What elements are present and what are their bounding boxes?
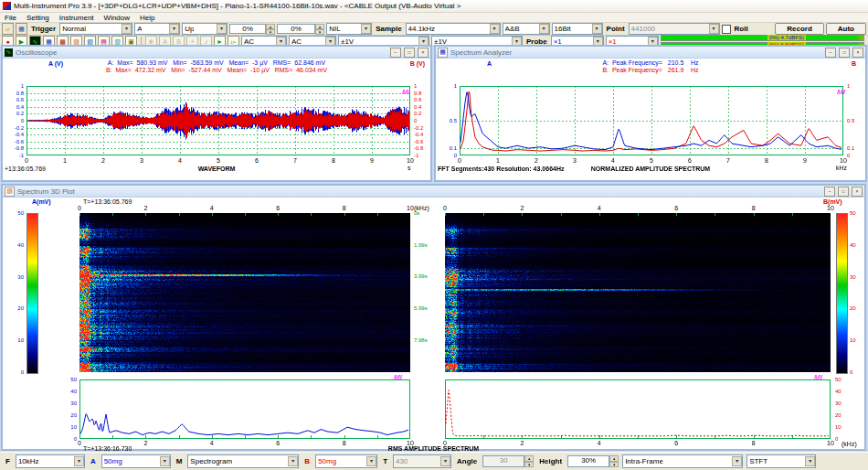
menu-setting[interactable]: Setting (26, 14, 49, 22)
menu-window[interactable]: Window (104, 14, 130, 22)
height-stepper[interactable]: 30% ▴▾ (567, 455, 619, 467)
dropdown-arrow-icon[interactable]: ▾ (169, 24, 179, 34)
amplitude-a-select[interactable]: 50mg ▾ (101, 454, 171, 468)
dropdown-arrow-icon[interactable]: ▾ (288, 456, 298, 466)
freq-axis-a: 0246810 (79, 205, 410, 212)
tick-label: 3 (573, 157, 577, 164)
value-text: 430 (396, 457, 408, 465)
dropdown-arrow-icon[interactable]: ▾ (490, 24, 500, 34)
dropdown-arrow-icon[interactable]: ▾ (160, 456, 170, 466)
close-button[interactable]: × (418, 48, 429, 58)
dropdown-arrow-icon[interactable]: ▾ (122, 24, 132, 34)
close-button[interactable]: × (852, 48, 863, 58)
spectrogram-a[interactable] (79, 213, 410, 372)
tick-label: 0 (454, 153, 457, 159)
minimize-button[interactable]: – (824, 187, 835, 197)
tick-label: 10 (407, 157, 414, 164)
tick-label: 0.6 (16, 97, 24, 103)
spinner-down-icon[interactable]: ▾ (266, 29, 275, 35)
tick-label: 0.5 (450, 118, 457, 124)
menu-instrument[interactable]: Instrument (59, 14, 94, 22)
spectrum-analyzer-titlebar[interactable]: ▦ Spectrum Analyzer – □ × (436, 47, 865, 59)
dropdown-arrow-icon[interactable]: ▾ (732, 456, 742, 466)
restore-button[interactable]: □ (838, 187, 849, 197)
dropdown-arrow-icon[interactable]: ▾ (805, 456, 815, 466)
restore-button[interactable]: □ (839, 48, 850, 58)
display-mode-select[interactable]: Spectrogram ▾ (187, 454, 299, 468)
value-text: STFT (749, 457, 767, 465)
spinner-down-icon[interactable]: ▾ (315, 29, 324, 35)
trigger-mode-select[interactable]: Normal ▾ (59, 23, 132, 35)
minimize-button[interactable]: – (825, 48, 836, 58)
window-titlebar[interactable]: Multi-Instrument Pro 3.9 - [+3DP+DLG+LCR… (0, 0, 868, 13)
spectrogram-b[interactable] (445, 213, 831, 372)
mi-logo: MI (837, 88, 845, 96)
spinner-down-icon[interactable]: ▾ (609, 462, 619, 468)
freq-range-label: F (4, 457, 12, 465)
auto-button[interactable]: Auto (826, 23, 866, 35)
rms-spectrum-b[interactable] (445, 379, 831, 439)
tick-label: 1 (63, 157, 67, 164)
value-text: 50mg (318, 457, 336, 465)
dropdown-arrow-icon[interactable]: ▾ (592, 24, 602, 34)
tick-label: 3.99s (414, 273, 428, 280)
open-icon[interactable]: ▱ (2, 23, 14, 35)
spectrum-3d-plot-panel-icon: ▨ (5, 187, 15, 197)
value-text: 30 (482, 455, 524, 467)
tick-label: 6 (674, 205, 678, 211)
oscilloscope-titlebar[interactable]: ∿ Oscilloscope – □ × (3, 47, 430, 59)
save-icon[interactable]: ▦ (16, 23, 27, 35)
dropdown-arrow-icon[interactable]: ▾ (217, 24, 227, 34)
waveform-plot[interactable] (26, 86, 410, 155)
trigger-edge-select[interactable]: Up ▾ (182, 23, 228, 35)
angle-stepper: 30 ▴▾ (482, 455, 534, 467)
rms-plot-title: RMS AMPLITUDE SPECTRUM (3, 445, 864, 452)
close-button[interactable]: × (852, 187, 863, 197)
dropdown-arrow-icon[interactable]: ▾ (366, 456, 376, 466)
rms-spectrum-a[interactable] (79, 379, 410, 439)
value-text: 30% (567, 455, 609, 467)
level-meter-a-readout: 0%(-4.7dBFS) (767, 35, 806, 40)
trigger-source-select[interactable]: A ▾ (134, 23, 180, 35)
sample-channels-select[interactable]: A&B ▾ (503, 23, 550, 35)
dropdown-arrow-icon[interactable]: ▾ (361, 24, 371, 34)
frame-mode-select[interactable]: Intra-Frame ▾ (622, 454, 743, 468)
minimize-button[interactable]: – (390, 48, 401, 58)
trigger-hpf-select[interactable]: NIL ▾ (326, 23, 372, 35)
channel-b-stats: B: Peak Frequency= 261.9 Hz (436, 67, 865, 74)
tick-label: 8 (343, 205, 346, 211)
spectrum-plot[interactable] (460, 86, 843, 155)
sample-rate-select[interactable]: 44.1kHz ▾ (406, 23, 501, 35)
freq-range-select[interactable]: 10kHz ▾ (16, 454, 85, 468)
tick-label: 0 (414, 118, 417, 124)
tick-label: 4 (611, 157, 615, 164)
colorbar-b-label: B(mV) (823, 198, 842, 205)
menu-help[interactable]: Help (140, 14, 154, 22)
tick-label: 10 (840, 157, 847, 164)
roll-checkbox[interactable] (722, 25, 731, 34)
dropdown-arrow-icon[interactable]: ▾ (539, 24, 549, 34)
spectrum-3d-plot-titlebar[interactable]: ▨ Spectrum 3D Plot – □ × (3, 186, 864, 198)
amplitude-b-select[interactable]: 50mg ▾ (315, 454, 377, 468)
height-label: Height (537, 457, 564, 465)
plot3d-toolbar: F 10kHz ▾ A 50mg ▾ M Spectrogram ▾ B 50m… (0, 452, 868, 470)
sample-bits-select[interactable]: 16Bit ▾ (552, 23, 603, 35)
y-axis-a: 10.50.10 (439, 86, 458, 155)
tick-label: 0.5 (847, 118, 854, 124)
restore-button[interactable]: □ (404, 48, 415, 58)
tick-label: 30 (70, 401, 77, 407)
oscilloscope-panel-icon: ∿ (5, 48, 13, 57)
value-text: Normal (62, 25, 86, 33)
trigger-delay-stepper[interactable]: 0% ▴▾ (277, 24, 324, 34)
trigger-level-stepper[interactable]: 0% ▴▾ (229, 24, 275, 34)
tick-label: 4 (178, 157, 182, 164)
tick-label: 1 (414, 83, 417, 90)
record-points-select: 441000 ▾ (629, 23, 720, 35)
dropdown-arrow-icon[interactable]: ▾ (74, 456, 84, 466)
panel-title: Oscilloscope (16, 48, 387, 57)
tick-label: 20 (70, 412, 77, 419)
transform-method-select[interactable]: STFT ▾ (746, 454, 816, 468)
tick-label: 10 (17, 337, 24, 344)
record-button[interactable]: Record (775, 23, 824, 35)
menu-file[interactable]: File (5, 14, 16, 22)
